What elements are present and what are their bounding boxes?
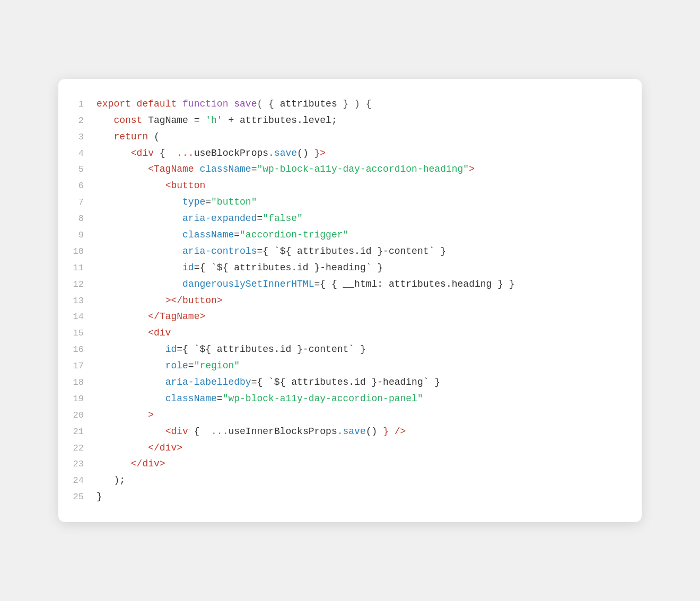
- token-plain: useInnerBlocksProps: [228, 426, 337, 437]
- token-plain: [97, 344, 165, 355]
- line-number: 10: [71, 244, 97, 260]
- code-line: 13 ></button>: [71, 293, 629, 309]
- line-content: aria-labelledby={ `${ attributes.id }-he…: [97, 374, 629, 391]
- line-number: 25: [71, 490, 97, 505]
- code-line: 7 type="button": [71, 194, 629, 210]
- token-punctuation: } ) {: [337, 99, 372, 109]
- token-tag: >: [148, 410, 154, 420]
- token-spread: ...: [211, 426, 228, 437]
- code-line: 5 <TagName className="wp-block-a11y-day-…: [71, 161, 629, 178]
- line-number: 9: [71, 228, 97, 243]
- token-tag: } />: [383, 426, 406, 437]
- line-number: 22: [71, 441, 97, 456]
- code-block: 1export default function save( { attribu…: [71, 96, 629, 505]
- token-plain: ={ `${ attributes.id }-heading` }: [194, 262, 383, 273]
- code-line: 3 return (: [71, 129, 629, 145]
- line-number: 5: [71, 162, 97, 178]
- token-tag: <div: [165, 426, 188, 437]
- token-plain: [97, 377, 165, 387]
- token-plain: [97, 295, 165, 306]
- line-content: type="button": [97, 194, 629, 210]
- token-plain: {: [188, 426, 211, 437]
- token-plain: [97, 410, 148, 420]
- line-number: 21: [71, 425, 97, 440]
- token-method: .save: [337, 426, 366, 437]
- token-tag: >: [469, 164, 475, 174]
- code-line: 8 aria-expanded="false": [71, 210, 629, 227]
- token-plain: [97, 229, 182, 240]
- token-fn-name: save: [234, 99, 257, 109]
- token-plain: [97, 426, 165, 437]
- token-attr-value: "wp-block-a11y-day-accordion-heading": [257, 164, 469, 174]
- token-kw-export: export default: [97, 99, 182, 109]
- line-number: 8: [71, 211, 97, 227]
- token-tag: <button: [165, 180, 206, 191]
- token-plain: [97, 262, 182, 273]
- line-content: role="region": [97, 358, 629, 374]
- line-content: className="accordion-trigger": [97, 227, 629, 243]
- token-plain: [97, 180, 165, 191]
- line-content: <div: [97, 325, 629, 341]
- token-attr-name: id: [165, 344, 177, 355]
- token-attr-name: aria-labelledby: [165, 377, 251, 387]
- token-tag: <div: [148, 328, 171, 338]
- line-number: 7: [71, 195, 97, 210]
- code-line: 22 </div>: [71, 440, 629, 456]
- token-plain: [97, 328, 148, 338]
- token-plain: [97, 393, 165, 404]
- line-content: <div { ...useBlockProps.save() }>: [97, 145, 629, 162]
- token-plain: (): [366, 426, 383, 437]
- line-content: </TagName>: [97, 308, 629, 325]
- line-content: ></button>: [97, 293, 629, 309]
- code-container: 1export default function save( { attribu…: [58, 79, 642, 522]
- token-attr-name: id: [182, 262, 194, 273]
- token-attr-name: role: [165, 360, 188, 371]
- token-attr-name: aria-expanded: [182, 213, 257, 224]
- token-plain: {: [154, 148, 177, 158]
- token-kw-return: return: [113, 131, 148, 142]
- token-plain: (): [297, 148, 314, 158]
- token-plain: );: [97, 475, 125, 485]
- token-plain: [97, 115, 113, 126]
- token-attr-value: "region": [194, 360, 240, 371]
- line-number: 24: [71, 473, 97, 489]
- token-plain: }: [97, 491, 102, 502]
- token-plain: TagName =: [142, 115, 205, 126]
- token-var-name: attributes: [280, 99, 337, 109]
- token-kw-function: function: [182, 99, 234, 109]
- token-plain: ={ `${ attributes.id }-heading` }: [251, 377, 440, 387]
- token-plain: [97, 246, 182, 257]
- line-content: <TagName className="wp-block-a11y-day-ac…: [97, 161, 629, 178]
- line-number: 3: [71, 130, 97, 145]
- line-number: 17: [71, 359, 97, 374]
- code-line: 14 </TagName>: [71, 308, 629, 325]
- line-number: 13: [71, 294, 97, 309]
- line-content: className="wp-block-a11y-day-accordion-p…: [97, 391, 629, 407]
- token-plain: [97, 443, 148, 453]
- token-plain: [97, 311, 148, 322]
- line-number: 2: [71, 113, 97, 129]
- token-tag: <div: [131, 148, 154, 158]
- line-number: 6: [71, 179, 97, 194]
- line-number: 16: [71, 342, 97, 358]
- token-plain: + attributes.level;: [223, 115, 337, 126]
- line-number: 19: [71, 392, 97, 407]
- line-content: return (: [97, 129, 629, 145]
- token-spread: ...: [177, 148, 194, 158]
- token-tag: <TagName: [148, 164, 199, 174]
- token-attr-name: className: [182, 229, 234, 240]
- token-attr-value: "wp-block-a11y-day-accordion-panel": [223, 393, 423, 404]
- token-tag: </TagName>: [148, 311, 205, 322]
- line-content: aria-expanded="false": [97, 210, 629, 227]
- token-plain: =: [251, 164, 257, 174]
- code-line: 4 <div { ...useBlockProps.save() }>: [71, 145, 629, 162]
- token-plain: [97, 360, 165, 371]
- code-line: 18 aria-labelledby={ `${ attributes.id }…: [71, 374, 629, 391]
- line-content: >: [97, 407, 629, 423]
- code-line: 16 id={ `${ attributes.id }-content` }: [71, 341, 629, 358]
- token-attr-name: dangerouslySetInnerHTML: [182, 279, 314, 289]
- token-kw-const: const: [113, 115, 142, 126]
- token-plain: ={ { __html: attributes.heading } }: [314, 279, 514, 289]
- code-line: 12 dangerouslySetInnerHTML={ { __html: a…: [71, 276, 629, 293]
- token-attr-name: type: [182, 197, 205, 207]
